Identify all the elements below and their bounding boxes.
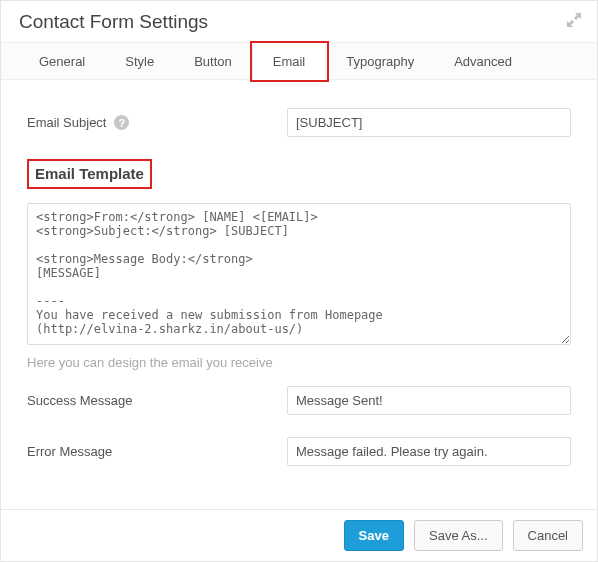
save-button[interactable]: Save [344, 520, 404, 551]
label-email-subject: Email Subject ? [27, 115, 287, 130]
help-icon[interactable]: ? [114, 115, 129, 130]
tab-advanced[interactable]: Advanced [434, 43, 532, 79]
settings-modal: Contact Form Settings General Style Butt… [0, 0, 598, 562]
label-error: Error Message [27, 444, 287, 459]
label-text: Email Subject [27, 115, 106, 130]
content-area[interactable]: Email Subject ? Email Template Here you … [1, 80, 597, 509]
tab-general[interactable]: General [19, 43, 105, 79]
template-hint: Here you can design the email you receiv… [27, 355, 571, 370]
tab-style[interactable]: Style [105, 43, 174, 79]
email-template-textarea[interactable] [27, 203, 571, 345]
section-title-text: Email Template [35, 165, 144, 182]
tab-bar: General Style Button Email Typography Ad… [1, 42, 597, 80]
save-as-button[interactable]: Save As... [414, 520, 503, 551]
modal-header: Contact Form Settings [1, 1, 597, 42]
section-email-template: Email Template [27, 159, 152, 189]
row-error: Error Message [27, 437, 571, 466]
row-email-subject: Email Subject ? [27, 108, 571, 137]
cancel-button[interactable]: Cancel [513, 520, 583, 551]
row-success: Success Message [27, 386, 571, 415]
tab-typography[interactable]: Typography [326, 43, 434, 79]
expand-icon[interactable] [557, 9, 591, 34]
label-success: Success Message [27, 393, 287, 408]
email-subject-input[interactable] [287, 108, 571, 137]
modal-title: Contact Form Settings [19, 11, 208, 33]
success-message-input[interactable] [287, 386, 571, 415]
tab-button[interactable]: Button [174, 43, 252, 79]
modal-footer: Save Save As... Cancel [1, 509, 597, 561]
error-message-input[interactable] [287, 437, 571, 466]
tab-email[interactable]: Email [252, 43, 327, 80]
